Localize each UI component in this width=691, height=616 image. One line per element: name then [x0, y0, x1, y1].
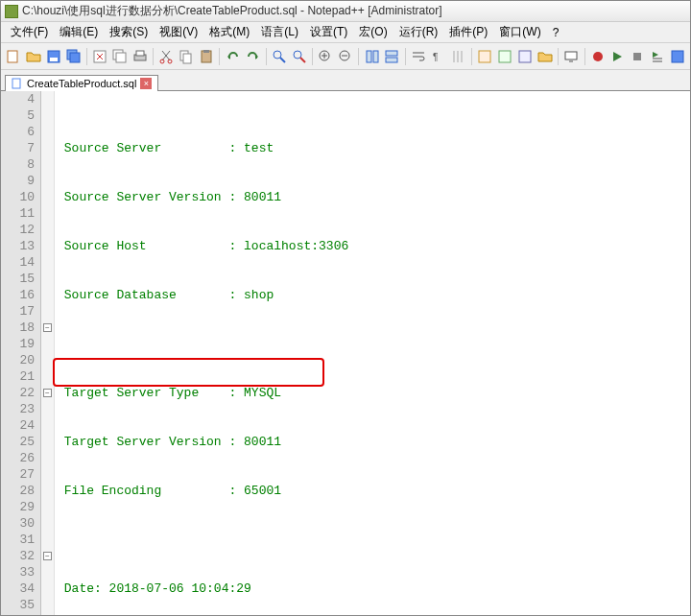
line-number: 16: [1, 287, 35, 303]
menu-view[interactable]: 视图(V): [154, 22, 203, 42]
svg-point-16: [274, 51, 281, 59]
toolbar: ¶: [1, 43, 690, 70]
line-number: 4: [1, 91, 35, 107]
code-editor[interactable]: 4567891011121314151617181920212223242526…: [1, 91, 690, 616]
line-number-gutter: 4567891011121314151617181920212223242526…: [1, 91, 41, 616]
close-all-icon[interactable]: [111, 46, 130, 67]
line-number: 26: [1, 450, 35, 466]
close-icon[interactable]: [91, 46, 109, 67]
line-number: 9: [1, 173, 35, 189]
menu-lang[interactable]: 语言(L): [255, 22, 304, 42]
svg-rect-23: [386, 58, 397, 62]
fold-gutter: − − −: [41, 91, 55, 616]
menu-edit[interactable]: 编辑(E): [54, 22, 104, 42]
fold-collapse-icon[interactable]: −: [43, 389, 52, 397]
line-number: 13: [1, 238, 35, 254]
line-number: 19: [1, 336, 35, 352]
fold-collapse-icon[interactable]: −: [43, 323, 52, 332]
print-icon[interactable]: [131, 46, 149, 67]
line-number: 22: [1, 385, 35, 401]
copy-icon[interactable]: [178, 46, 196, 67]
window-title: C:\houzi\使用sql进行数据分析\CreateTableProduct.…: [22, 3, 442, 19]
svg-rect-9: [136, 51, 144, 56]
record-icon[interactable]: [588, 46, 607, 67]
indent-guide-icon[interactable]: [449, 46, 467, 67]
stop-icon[interactable]: [629, 46, 647, 67]
zoom-out-icon[interactable]: [337, 46, 355, 67]
svg-point-17: [294, 51, 301, 59]
line-number: 17: [1, 303, 35, 320]
tab-label: CreateTableProduct.sql: [27, 78, 136, 89]
line-number: 7: [1, 140, 35, 156]
file-icon: [12, 78, 23, 89]
line-number: 28: [1, 483, 35, 499]
line-number: 20: [1, 352, 35, 368]
svg-rect-28: [565, 52, 577, 59]
new-file-icon[interactable]: [5, 46, 23, 67]
menu-format[interactable]: 格式(M): [203, 22, 255, 42]
svg-rect-32: [12, 79, 20, 88]
fold-collapse-icon[interactable]: −: [43, 552, 52, 560]
undo-icon[interactable]: [224, 46, 242, 67]
func-list-icon[interactable]: [515, 46, 534, 67]
line-number: 25: [1, 434, 35, 450]
menu-macro[interactable]: 宏(O): [353, 22, 393, 42]
line-number: 31: [1, 532, 35, 548]
menu-plugins[interactable]: 插件(P): [443, 22, 493, 42]
line-number: 29: [1, 499, 35, 515]
line-number: 8: [1, 156, 35, 173]
sync-v-icon[interactable]: [363, 46, 381, 67]
playlist-icon[interactable]: [649, 46, 667, 67]
doc-map-icon[interactable]: [496, 46, 514, 67]
folder-icon[interactable]: [536, 46, 554, 67]
zoom-in-icon[interactable]: [317, 46, 335, 67]
find-icon[interactable]: [271, 46, 289, 67]
menu-search[interactable]: 搜索(S): [104, 22, 154, 42]
svg-rect-13: [183, 54, 191, 63]
line-number: 32: [1, 548, 35, 564]
svg-rect-7: [116, 53, 126, 62]
line-number: 35: [1, 597, 35, 613]
save-all-icon[interactable]: [64, 46, 83, 67]
file-tab[interactable]: CreateTableProduct.sql ×: [5, 75, 158, 91]
lang-icon[interactable]: [476, 46, 494, 67]
menu-help[interactable]: ?: [547, 24, 565, 41]
monitor-icon[interactable]: [562, 46, 581, 67]
highlight-box: [53, 358, 324, 387]
menu-file[interactable]: 文件(F): [5, 22, 54, 42]
line-number: 27: [1, 466, 35, 483]
title-bar: C:\houzi\使用sql进行数据分析\CreateTableProduct.…: [1, 1, 690, 22]
svg-rect-15: [203, 50, 209, 53]
cut-icon[interactable]: [157, 46, 176, 67]
line-number: 24: [1, 417, 35, 434]
replace-icon[interactable]: [290, 46, 308, 67]
svg-rect-26: [499, 51, 511, 62]
sync-h-icon[interactable]: [383, 46, 401, 67]
line-number: 30: [1, 515, 35, 532]
svg-rect-21: [373, 51, 378, 62]
svg-rect-2: [50, 58, 58, 61]
redo-icon[interactable]: [244, 46, 262, 67]
show-all-icon[interactable]: ¶: [429, 46, 447, 67]
paste-icon[interactable]: [198, 46, 216, 67]
menu-run[interactable]: 运行(R): [393, 22, 444, 42]
svg-rect-30: [633, 53, 641, 60]
menu-window[interactable]: 窗口(W): [493, 22, 546, 42]
svg-text:¶: ¶: [433, 52, 438, 62]
svg-rect-27: [519, 51, 531, 62]
svg-rect-20: [367, 51, 371, 62]
app-icon: [5, 5, 18, 18]
tab-close-icon[interactable]: ×: [140, 78, 152, 89]
line-number: 11: [1, 205, 35, 222]
code-area[interactable]: Source Server : test Source Server Versi…: [55, 91, 690, 616]
open-file-icon[interactable]: [25, 46, 43, 67]
line-number: 34: [1, 580, 35, 597]
wrap-icon[interactable]: [410, 46, 428, 67]
line-number: 18: [1, 320, 35, 336]
save-icon[interactable]: [45, 46, 63, 67]
menu-settings[interactable]: 设置(T): [304, 22, 353, 42]
line-number: 6: [1, 124, 35, 140]
save-macro-icon[interactable]: [668, 46, 686, 67]
play-icon[interactable]: [608, 46, 627, 67]
line-number: 5: [1, 107, 35, 124]
